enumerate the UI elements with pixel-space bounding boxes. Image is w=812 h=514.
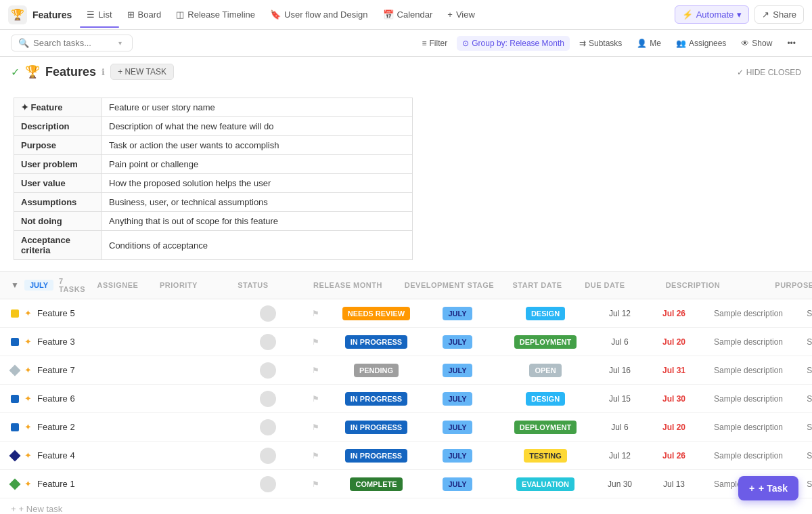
nav-right: ⚡ Automate ▾ ↗ Share bbox=[675, 5, 804, 24]
july-toggle[interactable]: ▼ bbox=[11, 280, 19, 290]
feature-row-value: Conditions of acceptance bbox=[102, 231, 413, 260]
task-name[interactable]: Feature 3 bbox=[37, 337, 75, 347]
task-name[interactable]: Feature 2 bbox=[37, 422, 75, 432]
task-row[interactable]: ✦ Feature 7 ⚑ PENDING JULY OPEN Jul 16 J… bbox=[0, 356, 812, 385]
description-text: Sample description bbox=[714, 366, 783, 375]
task-name[interactable]: Feature 5 bbox=[37, 308, 75, 318]
description-text: Sample description bbox=[714, 337, 783, 347]
tab-view[interactable]: + View bbox=[441, 5, 482, 24]
assignees-icon: 👥 bbox=[676, 39, 686, 48]
tab-calendar[interactable]: 📅 Calendar bbox=[376, 5, 440, 24]
group-by-button[interactable]: ⊙ Group by: Release Month bbox=[457, 36, 570, 51]
tab-user-flow[interactable]: 🔖 User flow and Design bbox=[263, 5, 375, 24]
floating-task-button[interactable]: + + Task bbox=[738, 476, 798, 500]
chevron-down-icon: ▾ bbox=[118, 39, 122, 47]
task-row[interactable]: ✦ Feature 4 ⚑ IN PROGRESS JULY TESTING J… bbox=[0, 442, 812, 470]
group-icon: ⊙ bbox=[462, 39, 469, 48]
feature-row-value: How the proposed solution helps the user bbox=[102, 174, 413, 193]
project-title: Features bbox=[32, 9, 72, 20]
task-row[interactable]: ✦ Feature 2 ⚑ IN PROGRESS JULY DEPLOYMEN… bbox=[0, 413, 812, 442]
priority-cell: ⚑ bbox=[295, 479, 336, 489]
feature-row-value: Feature or user story name bbox=[102, 98, 413, 117]
purpose-text: Sample purpose bbox=[807, 479, 812, 489]
description-cell: Sample description bbox=[701, 337, 796, 347]
due-date-cell: Jul 26 bbox=[647, 450, 701, 461]
description-cell: Sample description bbox=[701, 450, 796, 461]
col-header-release-month: RELEASE MONTH bbox=[307, 281, 388, 289]
july-section-header: ▼ JULY 7 TASKS ASSIGNEE PRIORITY STATUS … bbox=[0, 271, 812, 299]
new-task-button[interactable]: + NEW TASK bbox=[110, 64, 174, 80]
task-name[interactable]: Feature 1 bbox=[37, 479, 75, 489]
status-cell: IN PROGRESS bbox=[336, 449, 417, 463]
task-name-cell: ✦ Feature 5 bbox=[11, 308, 241, 318]
start-date: Jul 6 bbox=[611, 337, 628, 347]
start-date: Jul 15 bbox=[609, 394, 631, 404]
task-name-cell: ✦ Feature 2 bbox=[11, 422, 241, 432]
priority-cell: ⚑ bbox=[295, 309, 336, 318]
task-row[interactable]: ✦ Feature 6 ⚑ IN PROGRESS JULY DESIGN Ju… bbox=[0, 385, 812, 413]
feature-table-row: ✦ Feature Feature or user story name bbox=[14, 98, 413, 117]
dev-stage-badge: EVALUATION bbox=[516, 477, 574, 491]
app-icon[interactable]: 🏆 bbox=[8, 5, 27, 24]
me-button[interactable]: 👤 Me bbox=[631, 36, 667, 51]
automate-button[interactable]: ⚡ Automate ▾ bbox=[675, 5, 750, 24]
hide-closed-button[interactable]: ✓ HIDE CLOSED bbox=[737, 68, 801, 77]
col-header-dev-stage: DEVELOPMENT STAGE bbox=[402, 281, 497, 289]
start-date: Jul 12 bbox=[609, 451, 631, 461]
info-icon[interactable]: ℹ bbox=[102, 67, 105, 77]
tab-board[interactable]: ⊞ Board bbox=[120, 5, 168, 24]
status-badge: IN PROGRESS bbox=[345, 392, 407, 406]
timeline-icon: ◫ bbox=[176, 9, 184, 20]
task-star-icon: ✦ bbox=[24, 422, 32, 432]
task-color-indicator bbox=[11, 338, 19, 346]
purpose-text: Sample purpose bbox=[807, 366, 812, 375]
release-month-cell: JULY bbox=[417, 421, 498, 434]
task-name[interactable]: Feature 4 bbox=[37, 450, 75, 461]
task-name[interactable]: Feature 6 bbox=[37, 393, 75, 404]
feature-table-row: Assumptions Business, user, or technical… bbox=[14, 193, 413, 212]
task-row[interactable]: ✦ Feature 5 ⚑ NEEDS REVIEW JULY DESIGN J… bbox=[0, 299, 812, 328]
status-cell: PENDING bbox=[336, 364, 417, 377]
show-icon: 👁 bbox=[741, 39, 749, 48]
avatar bbox=[260, 476, 276, 492]
page-header: ✓ 🏆 Features ℹ + NEW TASK ✓ HIDE CLOSED bbox=[0, 57, 812, 87]
assignee-cell bbox=[241, 305, 295, 322]
col-header-due-date: DUE DATE bbox=[578, 281, 632, 289]
start-date: Jul 16 bbox=[609, 366, 631, 375]
status-cell: NEEDS REVIEW bbox=[336, 307, 417, 320]
priority-cell: ⚑ bbox=[295, 337, 336, 347]
task-name[interactable]: Feature 7 bbox=[37, 365, 75, 375]
tab-release-timeline[interactable]: ◫ Release Timeline bbox=[169, 5, 262, 24]
ellipsis-icon: ••• bbox=[787, 39, 796, 48]
due-date: Jul 26 bbox=[662, 451, 685, 461]
assignee-cell bbox=[241, 419, 295, 435]
show-button[interactable]: 👁 Show bbox=[736, 36, 777, 51]
new-task-july-button[interactable]: + + New task bbox=[0, 498, 812, 514]
filter-button[interactable]: ≡ Filter bbox=[417, 36, 453, 51]
due-date: Jul 31 bbox=[662, 366, 685, 375]
toolbar: 🔍 ▾ ≡ Filter ⊙ Group by: Release Month ⇉… bbox=[0, 30, 812, 57]
tab-list[interactable]: ☰ List bbox=[80, 5, 118, 24]
search-box[interactable]: 🔍 ▾ bbox=[11, 35, 133, 51]
plus-icon: + bbox=[447, 9, 453, 20]
task-row[interactable]: ✦ Feature 1 ⚑ COMPLETE JULY EVALUATION J… bbox=[0, 470, 812, 498]
assignee-cell bbox=[241, 476, 295, 492]
subtasks-button[interactable]: ⇉ Subtasks bbox=[574, 36, 627, 51]
due-date-cell: Jul 13 bbox=[647, 479, 701, 489]
assignees-button[interactable]: 👥 Assignees bbox=[671, 36, 731, 51]
dev-stage-badge: DEPLOYMENT bbox=[514, 421, 577, 434]
search-input[interactable] bbox=[33, 38, 114, 48]
release-month-badge: JULY bbox=[443, 421, 472, 434]
status-badge: IN PROGRESS bbox=[345, 335, 407, 349]
status-badge: COMPLETE bbox=[350, 477, 402, 491]
task-star-icon: ✦ bbox=[24, 337, 32, 347]
share-button[interactable]: ↗ Share bbox=[754, 5, 804, 24]
more-options-button[interactable]: ••• bbox=[782, 36, 801, 51]
task-row[interactable]: ✦ Feature 3 ⚑ IN PROGRESS JULY DEPLOYMEN… bbox=[0, 328, 812, 356]
avatar bbox=[260, 305, 276, 322]
priority-cell: ⚑ bbox=[295, 451, 336, 461]
july-badge: JULY bbox=[24, 280, 53, 291]
col-header-description: DESCRIPTION bbox=[646, 281, 740, 289]
me-icon: 👤 bbox=[637, 39, 647, 48]
task-name-cell: ✦ Feature 7 bbox=[11, 365, 241, 375]
